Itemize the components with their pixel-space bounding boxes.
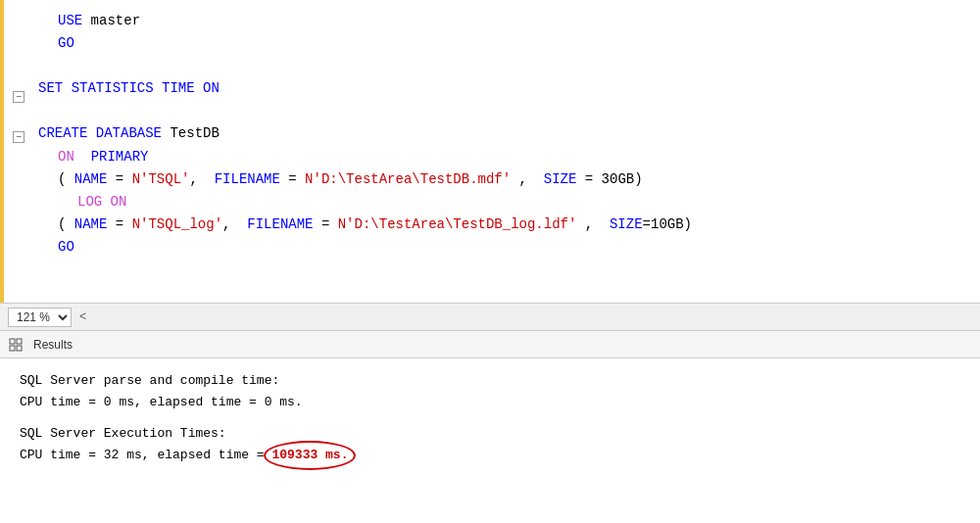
db-name: TestDB bbox=[162, 122, 220, 145]
keyword-create-database: CREATE DATABASE bbox=[38, 122, 162, 145]
code-text: USE master GO SET STATISTICS TIME ON CRE… bbox=[33, 0, 980, 303]
code-line-name2: ( NAME = N'TSQL_log', FILENAME = N'D:\Te… bbox=[38, 214, 970, 236]
results-line4-prefix: CPU time = 32 ms, elapsed time = bbox=[20, 448, 265, 462]
svg-rect-0 bbox=[10, 339, 15, 344]
keyword-go1: GO bbox=[58, 32, 74, 55]
code-line-use: USE master bbox=[38, 10, 970, 32]
results-tab-bar: Results bbox=[0, 331, 980, 358]
keyword-set: SET bbox=[38, 77, 63, 100]
results-line2: CPU time = 0 ms, elapsed time = 0 ms. bbox=[20, 392, 960, 413]
zoom-select[interactable]: 121 % 100 % 75 % bbox=[8, 308, 72, 327]
keyword-go2: GO bbox=[58, 236, 74, 259]
scroll-left-indicator[interactable]: < bbox=[75, 310, 90, 324]
collapse-icon-create[interactable]: − bbox=[13, 131, 24, 143]
code-line-on-primary: ON PRIMARY bbox=[38, 146, 970, 168]
keyword-use: USE bbox=[58, 10, 82, 32]
keyword-on: ON bbox=[58, 146, 74, 168]
results-tab-icon bbox=[8, 337, 24, 353]
svg-rect-3 bbox=[17, 346, 22, 351]
results-panel: Results SQL Server parse and compile tim… bbox=[0, 331, 980, 523]
collapse-icon-set[interactable]: − bbox=[13, 91, 24, 103]
code-line-blank2 bbox=[38, 100, 970, 122]
code-editor: − − USE master GO SET STATISTICS TIME ON… bbox=[0, 0, 980, 304]
code-line-go1: GO bbox=[38, 32, 970, 55]
execution-time-value: 109333 ms. bbox=[271, 448, 348, 462]
code-line-blank1 bbox=[38, 55, 970, 77]
status-bar: 121 % 100 % 75 % < bbox=[0, 304, 980, 331]
keyword-primary: PRIMARY bbox=[91, 146, 149, 168]
results-content: SQL Server parse and compile time: CPU t… bbox=[0, 358, 980, 478]
code-line-name1: ( NAME = N'TSQL', FILENAME = N'D:\TestAr… bbox=[38, 168, 970, 191]
code-gutter: − − bbox=[4, 0, 33, 303]
keyword-logon: LOG ON bbox=[77, 191, 126, 214]
svg-rect-1 bbox=[17, 339, 22, 344]
keyword-statistics: STATISTICS TIME ON bbox=[72, 77, 220, 100]
results-line1: SQL Server parse and compile time: bbox=[20, 370, 960, 392]
results-tab-label[interactable]: Results bbox=[27, 338, 78, 352]
code-line-set: SET STATISTICS TIME ON bbox=[38, 77, 970, 100]
code-line-create: CREATE DATABASE TestDB bbox=[38, 122, 970, 145]
highlight-circle: 109333 ms. bbox=[271, 445, 348, 466]
results-line4: CPU time = 32 ms, elapsed time = 109333 … bbox=[20, 445, 960, 466]
results-line3: SQL Server Execution Times: bbox=[20, 423, 960, 445]
code-master: master bbox=[82, 10, 140, 32]
code-line-go2: GO bbox=[38, 236, 970, 259]
svg-rect-2 bbox=[10, 346, 15, 351]
code-line-logon: LOG ON bbox=[38, 191, 970, 214]
